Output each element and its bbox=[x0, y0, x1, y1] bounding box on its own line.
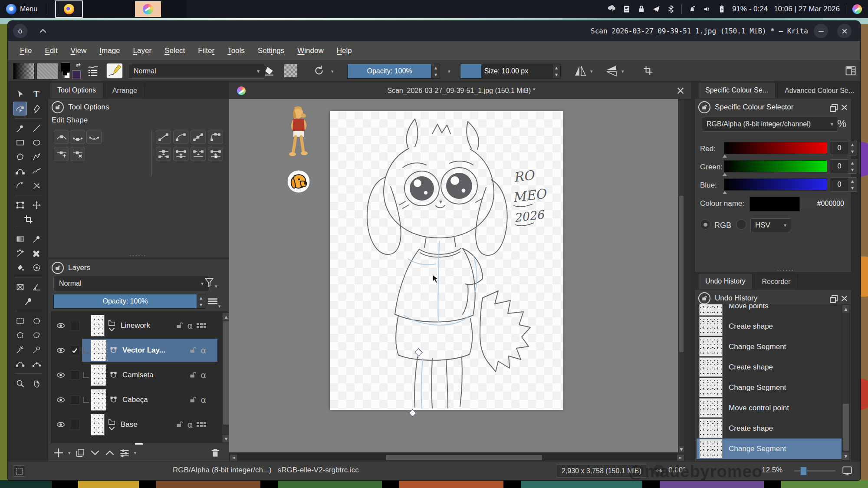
preserve-alpha-button[interactable] bbox=[284, 64, 297, 77]
layer-row-vector-lay-[interactable]: Vector Lay...α bbox=[51, 338, 217, 363]
layer-thumbnail[interactable] bbox=[91, 340, 106, 361]
break-point-button[interactable] bbox=[191, 147, 206, 161]
canvas-hscroll-right[interactable]: ► bbox=[677, 455, 684, 461]
transform-select-tool[interactable] bbox=[13, 87, 27, 101]
merge-points-button[interactable] bbox=[173, 147, 188, 161]
line-tool[interactable] bbox=[30, 121, 43, 135]
text-tool[interactable]: T bbox=[30, 87, 43, 101]
menu-file[interactable]: File bbox=[20, 46, 32, 55]
artwork-page[interactable]: RO MEO 2026 bbox=[330, 111, 563, 410]
green-spinner[interactable]: ▲▼ bbox=[848, 159, 857, 174]
swap-colors-icon[interactable]: ⇄ bbox=[76, 62, 81, 68]
layer-row-base[interactable]: Baseα bbox=[51, 412, 217, 437]
undo-row-5[interactable]: Move control point bbox=[697, 398, 849, 418]
zoom-slider-thumb[interactable] bbox=[800, 467, 807, 475]
canvas-hscroll-left[interactable]: ◄ bbox=[230, 455, 237, 461]
alpha-channel-icon[interactable]: α bbox=[187, 420, 193, 429]
rectangular-selection-tool[interactable] bbox=[13, 314, 27, 328]
menu-layer[interactable]: Layer bbox=[133, 46, 152, 55]
dynamic-brush-tool[interactable] bbox=[13, 178, 27, 192]
close-button[interactable] bbox=[837, 24, 852, 38]
layer-lock-icon[interactable] bbox=[189, 346, 197, 354]
layer-opacity-spinner[interactable]: ▲▼ bbox=[197, 294, 205, 308]
line-point-button[interactable] bbox=[191, 130, 206, 144]
layer-opacity-slider[interactable]: Opacity: 100% ▲▼ bbox=[53, 294, 205, 309]
float-docker-icon[interactable] bbox=[830, 104, 836, 110]
duplicate-layer-button[interactable] bbox=[75, 448, 85, 458]
layer-checkbox[interactable] bbox=[70, 370, 79, 380]
undo-lock-icon[interactable] bbox=[698, 292, 710, 304]
canvas-only-mode-icon[interactable] bbox=[842, 465, 853, 476]
layer-filter-icon[interactable] bbox=[204, 277, 215, 288]
taskbar-item-krita[interactable] bbox=[135, 1, 161, 17]
undo-scrollbar[interactable]: ▲ ▼ bbox=[842, 304, 850, 461]
undo-row-7[interactable]: Change Segment bbox=[697, 439, 849, 459]
undo-row-6[interactable]: Create shape bbox=[697, 418, 849, 439]
canvas-tab-title[interactable]: Scan_2026-03-27_09-39-51_1.jpg (150.1 Mi… bbox=[246, 87, 677, 95]
measure-tool[interactable] bbox=[30, 280, 43, 294]
menu-view[interactable]: View bbox=[71, 46, 87, 55]
undo-scroll-thumb[interactable] bbox=[843, 404, 849, 451]
menu-tools[interactable]: Tools bbox=[227, 46, 245, 55]
delete-layer-button[interactable] bbox=[210, 447, 221, 459]
freehand-brush-tool[interactable] bbox=[13, 121, 27, 135]
layer-checkbox[interactable] bbox=[70, 420, 79, 429]
zoom-tool[interactable] bbox=[13, 376, 27, 390]
layer-properties-button[interactable] bbox=[119, 448, 130, 458]
undo-row-3[interactable]: Create shape bbox=[697, 357, 849, 377]
contiguous-selection-tool[interactable] bbox=[13, 343, 27, 356]
menu-edit[interactable]: Edit bbox=[45, 46, 57, 55]
smooth-point-button[interactable] bbox=[70, 130, 85, 144]
segment-to-curve-button[interactable] bbox=[173, 130, 188, 144]
layer-scroll-up[interactable]: ▲ bbox=[223, 313, 230, 320]
colorize-mask-tool[interactable] bbox=[13, 246, 27, 260]
green-channel-slider[interactable] bbox=[724, 160, 827, 172]
colorspace-dropdown[interactable]: RGB/Alpha (8-bit integer/channel) ▾ bbox=[702, 117, 838, 132]
layer-blending-dropdown[interactable]: Normal ▾ bbox=[53, 276, 209, 291]
reload-dropdown-caret[interactable]: ▾ bbox=[331, 69, 334, 74]
tab-specific-colour-selector[interactable]: Specific Colour Se... bbox=[698, 82, 776, 98]
add-layer-caret[interactable]: ▾ bbox=[68, 450, 71, 456]
layer-checkbox[interactable] bbox=[70, 395, 79, 405]
layer-checkbox[interactable] bbox=[70, 346, 79, 355]
vector-node-handle-2[interactable] bbox=[408, 409, 416, 417]
menu-image[interactable]: Image bbox=[99, 46, 120, 55]
insert-point-button[interactable] bbox=[54, 147, 69, 161]
canvas-vscroll-down[interactable]: ▼ bbox=[679, 446, 684, 452]
selection-indicator-button[interactable] bbox=[13, 465, 25, 477]
layer-thumbnail[interactable] bbox=[91, 315, 105, 336]
undo-scroll-up[interactable]: ▲ bbox=[842, 305, 849, 313]
color-wheel-tray-icon[interactable] bbox=[852, 4, 862, 14]
layer-list-resize-handle[interactable] bbox=[135, 443, 143, 445]
hsv-dropdown[interactable]: HSV ▾ bbox=[750, 218, 791, 232]
expander-icon[interactable] bbox=[108, 426, 115, 431]
symmetric-point-button[interactable] bbox=[86, 130, 102, 144]
move-layer-down-button[interactable] bbox=[90, 448, 100, 458]
layers-drag-handle[interactable]: ······ bbox=[129, 252, 147, 259]
layer-visibility-icon[interactable] bbox=[56, 395, 66, 405]
layer-thumbnail[interactable] bbox=[91, 389, 106, 411]
layer-thumbnail[interactable] bbox=[91, 414, 105, 435]
polygon-tool[interactable] bbox=[13, 150, 27, 164]
segment-to-line-button[interactable] bbox=[156, 130, 171, 144]
canvas-tab-close-icon[interactable] bbox=[677, 87, 684, 94]
tab-arrange[interactable]: Arrange bbox=[105, 83, 145, 98]
bezier-curve-tool[interactable] bbox=[13, 164, 27, 178]
layer-thumbnail[interactable] bbox=[91, 364, 106, 386]
opacity-spinner[interactable]: ▲▼ bbox=[431, 64, 440, 78]
docker-lock-icon[interactable] bbox=[52, 101, 64, 113]
blue-channel-slider[interactable] bbox=[724, 178, 827, 191]
tab-tool-options[interactable]: Tool Options bbox=[50, 82, 103, 98]
opacity-slider[interactable]: Opacity: 100% ▲▼ bbox=[347, 64, 440, 79]
system-menu-button[interactable]: Menu bbox=[0, 0, 43, 18]
layer-properties-icon[interactable] bbox=[207, 296, 218, 307]
menu-filter[interactable]: Filter bbox=[198, 46, 214, 55]
canvas-hscroll-thumb[interactable] bbox=[386, 455, 542, 460]
blue-spinner[interactable]: ▲▼ bbox=[848, 177, 857, 192]
polygonal-selection-tool[interactable] bbox=[13, 328, 27, 342]
window-titlebar[interactable]: o Scan_2026-03-27_09-39-51_1.jpg (150.1 … bbox=[8, 21, 860, 41]
layer-visibility-icon[interactable] bbox=[56, 420, 66, 429]
undo-drag-handle[interactable]: ······ bbox=[777, 267, 794, 274]
layer-lock-icon[interactable] bbox=[189, 396, 197, 403]
assistants-tool[interactable] bbox=[13, 280, 27, 294]
